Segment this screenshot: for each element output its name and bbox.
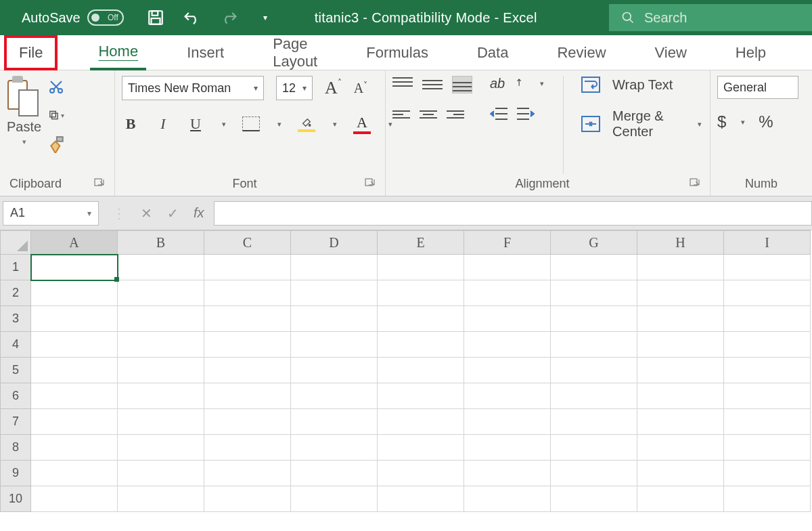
cell[interactable] [724,461,811,486]
cell[interactable] [724,409,811,435]
copy-icon[interactable]: ▾ [48,107,64,123]
cell[interactable] [378,332,464,358]
undo-icon[interactable] [183,9,201,26]
cell[interactable] [551,332,637,358]
cell[interactable] [118,383,204,409]
font-launcher-icon[interactable] [365,178,376,189]
paste-button[interactable]: Paste ▾ [7,76,41,146]
cell[interactable] [204,435,291,461]
cell[interactable] [31,486,118,512]
increase-font-icon[interactable]: A˄ [325,78,342,98]
cell[interactable] [724,358,811,383]
cell[interactable] [464,409,551,435]
cell[interactable] [204,409,291,435]
column-header[interactable]: B [118,230,204,255]
cell[interactable] [724,306,811,332]
clipboard-launcher-icon[interactable] [94,178,105,189]
tab-home[interactable]: Home [90,35,146,70]
tab-review[interactable]: Review [549,35,614,70]
cell[interactable] [291,486,378,512]
currency-button[interactable]: $ [717,112,726,131]
cell[interactable] [31,435,118,461]
underline-button[interactable]: U [187,115,204,133]
tab-help[interactable]: Help [727,35,774,70]
cell[interactable] [118,358,204,383]
orientation-button[interactable]: ab [490,76,505,91]
cell[interactable] [204,332,291,358]
cell[interactable] [637,435,724,461]
cell[interactable] [31,306,118,332]
qat-more-icon[interactable]: ▾ [256,9,274,26]
cell[interactable] [637,306,724,332]
row-header[interactable]: 9 [0,461,31,486]
cell[interactable] [551,280,637,306]
cell[interactable] [551,409,637,435]
cell[interactable] [378,280,464,306]
cell[interactable] [464,486,551,512]
row-header[interactable]: 6 [0,383,31,409]
column-header[interactable]: E [378,230,464,255]
cell[interactable] [464,383,551,409]
font-color-button[interactable]: A [353,114,371,134]
cell[interactable] [31,358,118,383]
tab-formulas[interactable]: Formulas [358,35,436,70]
merge-more[interactable]: ▾ [695,120,703,129]
tab-view[interactable]: View [647,35,695,70]
row-header[interactable]: 7 [0,409,31,435]
cell[interactable] [378,358,464,383]
cell[interactable] [118,280,204,306]
cell[interactable] [378,306,464,332]
cell[interactable] [378,409,464,435]
tab-acrobat[interactable]: Acrobat [807,35,812,70]
fx-icon[interactable]: fx [194,205,204,221]
align-right-button[interactable] [447,108,464,121]
cell[interactable] [118,332,204,358]
cell[interactable] [551,461,637,486]
cell[interactable] [551,358,637,383]
cell[interactable] [378,486,464,512]
tab-page-layout[interactable]: Page Layout [265,35,325,70]
currency-more[interactable]: ▾ [738,118,746,127]
cell[interactable] [464,255,551,280]
cell[interactable] [551,255,637,280]
cell[interactable] [118,486,204,512]
cell[interactable] [31,383,118,409]
cell[interactable] [31,255,118,280]
search-box[interactable]: Search [609,4,812,31]
align-top-button[interactable] [392,76,413,93]
row-header[interactable]: 5 [0,358,31,383]
bold-button[interactable]: B [122,115,139,133]
redo-icon[interactable] [220,9,238,26]
decrease-font-icon[interactable]: A˅ [354,81,367,96]
cell[interactable] [464,280,551,306]
column-header[interactable]: A [31,230,118,255]
cell[interactable] [378,461,464,486]
cell[interactable] [291,409,378,435]
cell[interactable] [637,255,724,280]
cell[interactable] [551,306,637,332]
cell[interactable] [291,255,378,280]
cell[interactable] [637,383,724,409]
underline-more[interactable]: ▾ [219,120,227,129]
row-header[interactable]: 1 [0,255,31,280]
formula-input[interactable] [214,201,812,226]
cell[interactable] [291,461,378,486]
save-icon[interactable] [147,9,164,26]
row-header[interactable]: 2 [0,280,31,306]
borders-more[interactable]: ▾ [275,120,283,129]
cell[interactable] [31,332,118,358]
tab-insert[interactable]: Insert [179,35,232,70]
cell[interactable] [291,306,378,332]
column-header[interactable]: F [464,230,551,255]
orientation-more[interactable]: ▾ [537,79,545,88]
cell[interactable] [724,383,811,409]
enter-formula-icon[interactable]: ✓ [167,205,179,221]
cell[interactable] [637,461,724,486]
autosave-switch[interactable]: Off [87,9,124,26]
cell[interactable] [291,280,378,306]
italic-button[interactable]: I [154,115,172,133]
cell[interactable] [118,461,204,486]
cut-icon[interactable] [48,79,64,95]
cell[interactable] [204,255,291,280]
cancel-formula-icon[interactable]: ✕ [141,205,152,221]
